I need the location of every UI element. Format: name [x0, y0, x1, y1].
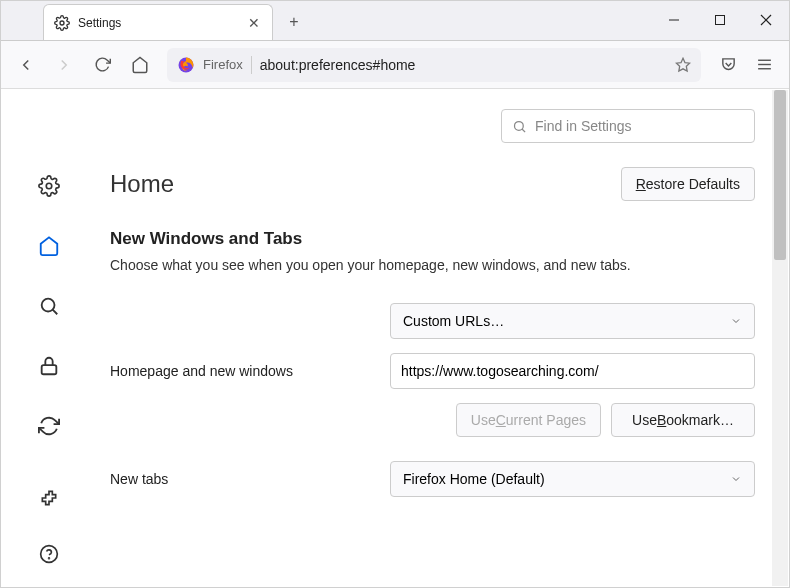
sidebar-item-sync[interactable] [30, 407, 68, 445]
content-area: Home Restore Defaults New Windows and Ta… [1, 89, 789, 587]
use-bookmark-button[interactable]: Use Bookmark… [611, 403, 755, 437]
window-controls [651, 0, 789, 40]
vertical-scrollbar[interactable] [772, 90, 788, 586]
tab-title: Settings [78, 16, 238, 30]
close-window-button[interactable] [743, 0, 789, 40]
svg-point-20 [515, 121, 524, 130]
sidebar-item-search[interactable] [30, 287, 68, 325]
svg-point-15 [41, 299, 54, 312]
newtabs-label: New tabs [110, 471, 390, 487]
sidebar-item-home[interactable] [30, 227, 68, 265]
section-description: Choose what you see when you open your h… [110, 257, 755, 273]
url-bar[interactable]: Firefox about:preferences#home [167, 48, 701, 82]
title-bar: Settings ✕ + [1, 1, 789, 41]
newtabs-select[interactable]: Firefox Home (Default) [390, 461, 755, 497]
firefox-icon [177, 56, 195, 74]
homepage-mode-select[interactable]: Custom URLs… [390, 303, 755, 339]
home-button[interactable] [123, 48, 157, 82]
chevron-down-icon [730, 315, 742, 327]
section-title: New Windows and Tabs [110, 229, 755, 249]
pocket-button[interactable] [711, 48, 745, 82]
svg-line-16 [52, 310, 57, 315]
reload-button[interactable] [85, 48, 119, 82]
select-value: Custom URLs… [403, 313, 504, 329]
search-icon [512, 119, 527, 134]
identity-label: Firefox [203, 57, 243, 72]
svg-point-0 [60, 21, 64, 25]
svg-marker-6 [676, 58, 689, 71]
sidebar-item-general[interactable] [30, 167, 68, 205]
sidebar-item-privacy[interactable] [30, 347, 68, 385]
use-current-pages-button[interactable]: Use Current Pages [456, 403, 601, 437]
chevron-down-icon [730, 473, 742, 485]
page-title: Home [110, 170, 174, 198]
restore-defaults-button[interactable]: Restore Defaults [621, 167, 755, 201]
svg-point-19 [48, 558, 49, 559]
svg-rect-2 [716, 16, 725, 25]
find-settings-input[interactable] [535, 118, 744, 134]
scrollbar-thumb[interactable] [774, 90, 786, 260]
settings-main: Home Restore Defaults New Windows and Ta… [96, 89, 789, 587]
settings-sidebar [1, 89, 96, 587]
homepage-url-input[interactable] [390, 353, 755, 389]
svg-line-21 [522, 129, 525, 132]
svg-point-14 [46, 183, 52, 189]
sidebar-item-help[interactable] [30, 535, 68, 573]
minimize-button[interactable] [651, 0, 697, 40]
back-button[interactable] [9, 48, 43, 82]
maximize-button[interactable] [697, 0, 743, 40]
new-tab-button[interactable]: + [279, 7, 309, 37]
separator [251, 56, 252, 74]
app-menu-button[interactable] [747, 48, 781, 82]
close-tab-button[interactable]: ✕ [246, 15, 262, 31]
svg-rect-17 [41, 365, 56, 374]
find-settings-box[interactable] [501, 109, 755, 143]
select-value: Firefox Home (Default) [403, 471, 545, 487]
browser-tab[interactable]: Settings ✕ [43, 4, 273, 40]
bookmark-star-icon[interactable] [675, 57, 691, 73]
homepage-label: Homepage and new windows [110, 363, 390, 379]
forward-button[interactable] [47, 48, 81, 82]
url-text: about:preferences#home [260, 57, 667, 73]
sidebar-item-extensions[interactable] [30, 479, 68, 517]
nav-toolbar: Firefox about:preferences#home [1, 41, 789, 89]
gear-icon [54, 15, 70, 31]
